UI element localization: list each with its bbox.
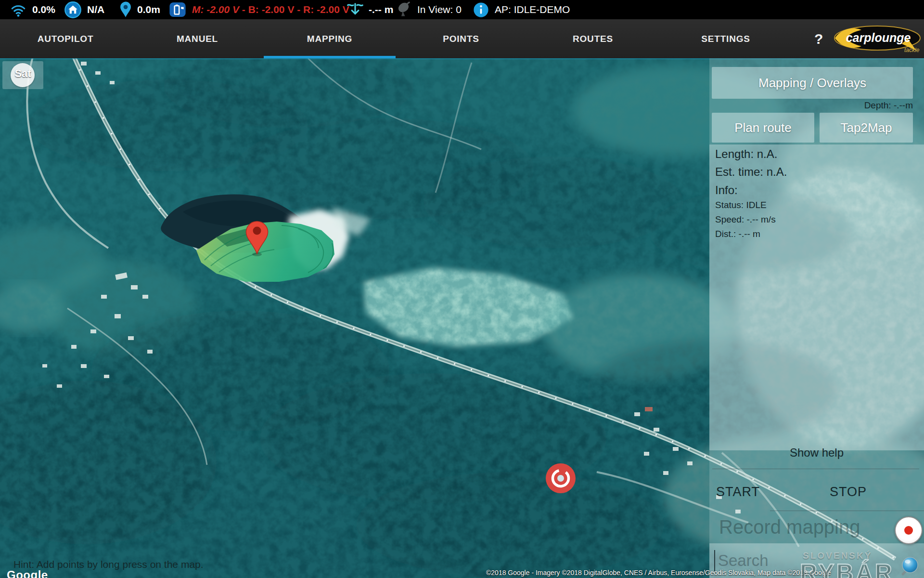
wifi-icon <box>10 1 27 18</box>
tab-settings[interactable]: SETTINGS <box>701 19 750 58</box>
route-length: Length: n.A. <box>715 147 777 161</box>
search-icon[interactable] <box>897 555 920 578</box>
battery-main-voltage: M: -2.00 V <box>192 4 239 15</box>
battery-rest-voltage: - B: -2.00 V - R: -2.00 V <box>239 4 349 15</box>
depth-value: -.-- m <box>369 4 393 15</box>
battery-icon <box>168 0 187 19</box>
tab-points[interactable]: POINTS <box>443 19 479 58</box>
tab-autopilot[interactable]: AUTOPILOT <box>38 19 94 58</box>
brand-name: carplounge <box>846 31 911 44</box>
plan-route-button[interactable]: Plan route <box>712 113 814 143</box>
status-readout: Status: IDLE <box>715 200 767 210</box>
text-caret <box>714 550 715 571</box>
tab-mapping[interactable]: MAPPING <box>307 19 352 58</box>
nav-bar: AUTOPILOT MANUEL MAPPING POINTS ROUTES S… <box>0 19 924 58</box>
record-mapping-label: Record mapping <box>719 516 860 538</box>
watermark-line2: RYBÁR <box>800 559 894 578</box>
route-info-panel <box>709 144 924 450</box>
route-est-time: Est. time: n.A. <box>715 165 787 179</box>
satellites-in-view: In View: 0 <box>417 4 462 15</box>
altitude-value: 0.0m <box>137 4 160 15</box>
divider <box>770 511 924 511</box>
satellite-dish-icon <box>396 1 413 18</box>
signal-value: 0.0% <box>32 4 55 15</box>
boat-position-marker <box>546 463 576 493</box>
record-icon <box>904 526 913 535</box>
app-screen: 0.0% N/A 0.0m M: -2.00 V - B: <box>0 0 924 578</box>
status-bar: 0.0% N/A 0.0m M: -2.00 V - B: <box>0 0 924 19</box>
dist-readout: Dist.: -.-- m <box>715 229 760 239</box>
google-logo: Google <box>7 568 48 578</box>
brand-sub: tackle <box>904 47 920 53</box>
speed-readout: Speed: -.-- m/s <box>715 214 776 225</box>
autopilot-status: AP: IDLE-DEMO <box>495 4 570 15</box>
start-button[interactable]: START <box>716 485 760 499</box>
brand-logo: carplounge tackle <box>831 24 922 54</box>
route-info-label: Info: <box>715 184 738 197</box>
tab-manuel[interactable]: MANUEL <box>177 19 218 58</box>
active-tab-underline <box>264 56 396 58</box>
location-pin-icon <box>118 1 133 18</box>
show-help-button[interactable]: Show help <box>709 446 924 460</box>
map-type-label: Sat <box>2 67 43 80</box>
home-value: N/A <box>87 4 104 15</box>
info-icon <box>473 2 489 18</box>
home-icon <box>64 1 82 19</box>
divider <box>712 469 919 469</box>
depth-readout: Depth: -.--m <box>813 100 913 111</box>
depth-icon <box>346 0 365 19</box>
tap2map-button[interactable]: Tap2Map <box>820 113 913 143</box>
record-button[interactable] <box>895 516 923 544</box>
map-type-button[interactable]: Sat <box>2 61 43 89</box>
mapping-overlays-button[interactable]: Mapping / Overlays <box>712 67 913 99</box>
help-icon[interactable]: ? <box>814 19 823 58</box>
stop-button[interactable]: STOP <box>830 485 867 499</box>
map-attribution: ©2018 Google - Imagery ©2018 DigitalGlob… <box>486 569 831 577</box>
tab-routes[interactable]: ROUTES <box>573 19 613 58</box>
